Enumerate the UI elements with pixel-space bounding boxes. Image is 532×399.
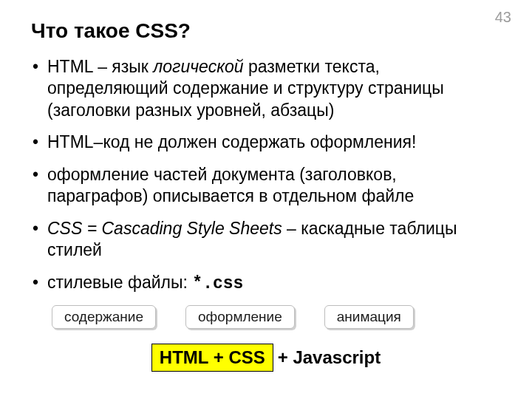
formula-rest: + Javascript bbox=[278, 347, 381, 368]
bullet-item: HTML – язык логической разметки текста, … bbox=[31, 56, 501, 121]
bullet-item: стилевые файлы: *.css bbox=[31, 272, 501, 295]
slide: 43 Что такое CSS? HTML – язык логической… bbox=[0, 0, 532, 399]
bullet-item: CSS = Cascading Style Sheets – каскадные… bbox=[31, 218, 501, 262]
page-number: 43 bbox=[495, 9, 511, 26]
tag-style: оформление bbox=[185, 305, 295, 329]
bullet-text-italic: CSS = Cascading Style Sheets bbox=[47, 219, 282, 238]
bullet-item: HTML–код не должен содержать оформления! bbox=[31, 132, 501, 153]
bullet-text: стилевые файлы: bbox=[47, 273, 192, 292]
tag-animation: анимация bbox=[324, 305, 414, 329]
bullet-list: HTML – язык логической разметки текста, … bbox=[31, 56, 501, 295]
formula-highlight: HTML + CSS bbox=[151, 344, 273, 372]
tag-content: содержание bbox=[52, 305, 156, 329]
bullet-text-mono: *.css bbox=[192, 274, 243, 293]
tag-row: содержание оформление анимация bbox=[52, 305, 501, 329]
bullet-text: HTML–код не должен содержать оформления! bbox=[47, 132, 416, 151]
bullet-text-italic: логической bbox=[153, 57, 243, 76]
formula-row: HTML + CSS + Javascript bbox=[31, 344, 501, 372]
bullet-text: оформление частей документа (заголовков,… bbox=[47, 165, 414, 205]
slide-title: Что такое CSS? bbox=[31, 19, 501, 43]
bullet-text: HTML – язык bbox=[47, 57, 153, 76]
bullet-item: оформление частей документа (заголовков,… bbox=[31, 164, 501, 208]
